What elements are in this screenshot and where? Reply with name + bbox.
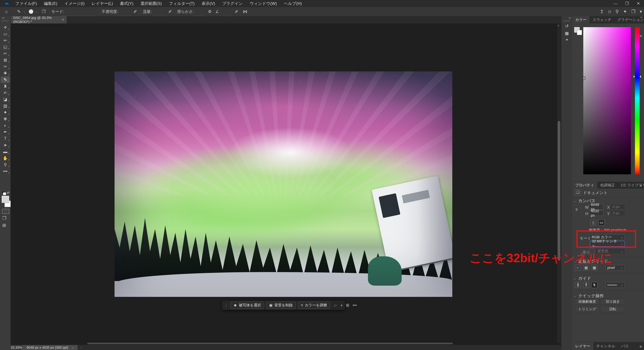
dock-expand-icon[interactable]: <<: [568, 16, 571, 19]
task-icon-add-image[interactable]: ⊞: [344, 303, 350, 308]
panel-menu-icon[interactable]: ≡: [640, 183, 642, 188]
menu-item[interactable]: 書式(Y): [116, 0, 137, 7]
y-input[interactable]: 0 px: [611, 211, 625, 216]
panel-tab[interactable]: レイヤー: [572, 342, 593, 350]
tool-move[interactable]: ✛: [0, 24, 10, 31]
document-tab[interactable]: DSC_0954.jpg @ 33.3% (RGB/32*) * ✕: [11, 16, 66, 23]
pressure-size-icon[interactable]: ✐: [235, 7, 238, 16]
tool-more-tools[interactable]: •••: [0, 168, 10, 174]
window-control-close[interactable]: ✕: [632, 0, 644, 7]
tool-selection-brush[interactable]: ✏: [0, 37, 10, 44]
tool-crop[interactable]: ✂: [0, 50, 10, 57]
vertical-scrollbar[interactable]: ∧: [557, 24, 561, 343]
toolbar-grip[interactable]: [2, 20, 8, 22]
smoothing-options-gear-icon[interactable]: ⚙: [208, 7, 212, 16]
tool-type[interactable]: T: [0, 135, 10, 142]
canvas-area[interactable]: [10, 23, 561, 345]
task-button-remove-background[interactable]: ▣ 背景を削除: [266, 302, 296, 309]
tool-clone-stamp[interactable]: ♜: [0, 83, 10, 89]
menu-item[interactable]: プラグイン: [218, 0, 246, 7]
tool-rectangular-marquee[interactable]: ▭: [0, 31, 10, 37]
home-icon[interactable]: ⌂: [5, 7, 8, 16]
tool-hand[interactable]: ✋: [0, 155, 10, 161]
zoom-level-field[interactable]: 33.33%: [10, 345, 22, 350]
tool-spot-healing-brush[interactable]: ✚: [0, 70, 10, 76]
chevron-down-icon[interactable]: ⌄: [574, 277, 576, 280]
panel-tab[interactable]: スウォッチ: [590, 16, 614, 23]
menu-item[interactable]: フィルター(T): [165, 0, 198, 7]
link-dimensions-icon[interactable]: ∞: [574, 208, 579, 211]
panel-tab[interactable]: 色調補正: [597, 182, 618, 189]
scroll-up-icon[interactable]: ∧: [558, 24, 559, 27]
tool-pen[interactable]: ✒: [0, 129, 10, 135]
horizontal-scrollbar-thumb[interactable]: [87, 343, 453, 344]
panel-menu-icon[interactable]: ≡: [640, 344, 642, 349]
quick-action-button[interactable]: 回転: [600, 306, 625, 312]
pressure-opacity-icon[interactable]: ✐: [134, 7, 137, 16]
brush-preset-icon[interactable]: ✎: [17, 7, 21, 16]
quick-action-button[interactable]: トリミング: [575, 306, 600, 312]
guide-icon-quick-guides[interactable]: ↯: [591, 282, 598, 288]
status-back-chevron[interactable]: ‹: [81, 345, 82, 350]
swap-colors-icon[interactable]: ⇄: [7, 191, 10, 195]
foreground-color-swatch[interactable]: [2, 196, 9, 203]
tool-history-brush[interactable]: ✍: [0, 89, 10, 96]
new-image-icon[interactable]: ⊞: [2, 223, 6, 228]
color-field[interactable]: [583, 27, 631, 174]
tool-frame[interactable]: ⊠: [0, 57, 10, 63]
tool-object-selection[interactable]: ◱: [0, 44, 10, 50]
menu-item[interactable]: 表示(V): [198, 0, 218, 7]
menu-item[interactable]: ファイル(F): [12, 0, 40, 7]
tool-gradient[interactable]: ▧: [0, 103, 10, 109]
hue-slider-marker[interactable]: [634, 75, 635, 78]
guides-section-header[interactable]: ガイド: [578, 276, 591, 281]
task-button-select-subject[interactable]: ☻ 被写体を選択: [230, 302, 264, 309]
panel-tab[interactable]: プロパティ: [572, 182, 597, 189]
window-control-minimize[interactable]: —: [610, 0, 621, 7]
panel-tab[interactable]: パス: [618, 342, 632, 350]
chevron-down-icon[interactable]: ⌄: [36, 7, 38, 16]
tool-dodge[interactable]: ◐: [0, 122, 10, 129]
guide-icon-lock-guides[interactable]: ╀: [583, 282, 589, 288]
tool-shape[interactable]: ▬: [0, 148, 10, 155]
icon-share[interactable]: ↥: [600, 9, 604, 14]
screen-mode-button[interactable]: ❐: [2, 216, 6, 221]
tool-brush[interactable]: ✎: [1, 76, 10, 83]
menu-item[interactable]: レイヤー(L): [88, 0, 116, 7]
panel-menu-icon[interactable]: ≡: [640, 34, 642, 38]
icon-discover[interactable]: ✦: [623, 9, 627, 14]
panel-tab[interactable]: カラー: [572, 16, 590, 23]
task-icon-transform[interactable]: ▱: [332, 303, 338, 308]
hue-slider-marker[interactable]: [640, 75, 641, 78]
tool-zoom[interactable]: ⚲: [0, 161, 10, 168]
close-icon[interactable]: ✕: [62, 18, 64, 22]
menu-item[interactable]: 選択範囲(S): [137, 0, 165, 7]
brush-settings-panel-icon[interactable]: ❒: [42, 7, 46, 16]
chevron-down-icon[interactable]: ⌄: [574, 199, 576, 203]
panel-tab[interactable]: チャンネル: [593, 342, 618, 350]
panel-collapse-icon[interactable]: >>: [640, 16, 642, 18]
tool-path-selection[interactable]: ➤: [0, 142, 10, 148]
quick-action-button[interactable]: 切り抜き: [600, 299, 625, 305]
tool-blur[interactable]: ⚫: [0, 109, 10, 116]
tool-eraser[interactable]: ◪: [0, 96, 10, 103]
menu-item[interactable]: 編集(E): [40, 0, 61, 7]
chevron-down-icon[interactable]: ⌄: [23, 7, 25, 16]
color-panel-swatches[interactable]: [574, 27, 582, 36]
dock-icon-comments[interactable]: ❝: [561, 37, 572, 44]
paint-symmetry-icon[interactable]: ⋈: [243, 7, 247, 16]
menu-item[interactable]: ヘルプ(H): [280, 0, 305, 7]
icon-notifications[interactable]: ⍾: [608, 9, 611, 14]
x-input[interactable]: 0 px: [611, 204, 625, 210]
toolbar-collapse-icon[interactable]: >>: [2, 16, 4, 19]
quick-action-button[interactable]: 画像解像度: [575, 299, 600, 305]
task-icon-more-options[interactable]: •••: [351, 303, 358, 308]
orientation-button-landscape[interactable]: ▭: [598, 220, 604, 226]
tool-eyedropper[interactable]: ✑: [0, 63, 10, 70]
airbrush-icon[interactable]: ✐: [168, 7, 172, 16]
icon-workspace-chevron[interactable]: ▾: [640, 9, 642, 14]
drag-handle[interactable]: ⋮: [224, 303, 228, 308]
orientation-button-portrait[interactable]: ▯: [590, 220, 596, 226]
window-control-restore[interactable]: ❐: [621, 0, 632, 7]
panel-tab[interactable]: グラデーション: [614, 16, 644, 23]
